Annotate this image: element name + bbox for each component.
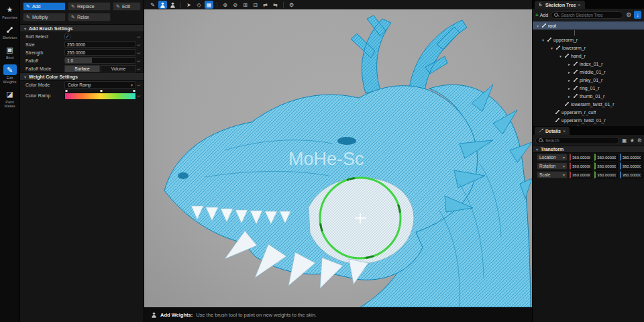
expander-icon[interactable]: ▾ [535, 23, 540, 28]
color-ramp-gradient[interactable] [64, 93, 136, 100]
reset-to-default-icon[interactable]: ↩ [136, 42, 142, 47]
brush-mode-multiply-button[interactable]: ✎Multiply [23, 13, 66, 21]
bone-icon [555, 117, 560, 123]
reset-to-default-icon[interactable]: ↩ [136, 34, 142, 39]
soft-select-checkbox[interactable]: ✓ [64, 34, 70, 40]
lasso-select-icon[interactable]: ◇ [195, 1, 203, 9]
tree-row-middle_01_r[interactable]: ▸ middle_01_r [533, 68, 644, 76]
details-search-input[interactable] [545, 138, 616, 143]
favorites-filter-star-icon[interactable]: ★ [630, 138, 635, 144]
scale-combo[interactable]: Scale▾ [537, 171, 568, 178]
prune-weights-icon[interactable]: ⊘ [231, 1, 239, 9]
sidebar-item-edit-weights[interactable]: ✎ Edit Weights [1, 64, 19, 84]
reset-to-default-icon[interactable]: ↩ [136, 93, 142, 98]
scale-z-input[interactable] [621, 173, 642, 177]
reset-to-default-icon[interactable]: ↩ [136, 50, 142, 55]
reset-to-default-icon[interactable]: ↩ [136, 83, 142, 87]
reset-to-default-icon[interactable]: ↩ [136, 58, 142, 63]
brush-mode-add-button[interactable]: ✎Add [23, 2, 66, 11]
details-search[interactable] [535, 137, 619, 144]
skeleton-tree-search[interactable] [551, 11, 623, 19]
sidebar-item-bind[interactable]: ▣ Bind [1, 44, 19, 60]
sidebar-item-favorites[interactable]: ★ Favorites [1, 4, 19, 19]
location-z-input[interactable] [621, 156, 642, 160]
location-x-input[interactable] [571, 156, 592, 160]
rotation-y-input[interactable] [596, 164, 616, 168]
grow-selection-icon[interactable]: ⊞ [241, 1, 250, 9]
marquee-select-icon[interactable]: ▦ [205, 1, 213, 9]
expander-icon[interactable]: ▸ [567, 62, 572, 66]
scale-x-input[interactable] [571, 173, 592, 177]
tree-row-upperarm_twist_01_r[interactable]: upperarm_twist_01_r [533, 116, 644, 124]
add-bone-button[interactable]: + Add [535, 12, 548, 18]
tree-row-hand_r[interactable]: ▾ hand_r [533, 52, 644, 60]
watermark-text: MoHe-Sc [288, 149, 364, 169]
shrink-selection-icon[interactable]: ⊟ [251, 1, 260, 9]
tree-row-lowerarm_twist_01_r[interactable]: lowerarm_twist_01_r [533, 100, 644, 108]
expander-icon[interactable]: ▸ [567, 94, 572, 99]
tree-row-upperarm_r_cuff[interactable]: upperarm_r_cuff [533, 108, 644, 116]
expander-icon[interactable]: ▸ [567, 86, 572, 91]
size-input[interactable] [64, 41, 136, 48]
mirror-settings-icon[interactable]: ⇆ [271, 1, 280, 9]
arrow-select-icon[interactable]: ➤ [184, 1, 193, 9]
viewport-canvas[interactable]: MoHe-Sc [144, 9, 532, 307]
brush-mode-relax-button[interactable]: ✎Relax [68, 13, 111, 21]
tree-row-root[interactable]: ▾ root [533, 21, 644, 30]
rotation-x-input[interactable] [571, 164, 592, 168]
rotation-z-input[interactable] [621, 164, 642, 168]
falloff-slider[interactable]: 1.0 [64, 57, 136, 64]
section-add-brush-settings[interactable]: ▾ Add Brush Settings [20, 24, 144, 32]
color-ramp-editor [64, 89, 136, 101]
tree-row-thumb_01_r[interactable]: ▸ thumb_01_r [533, 92, 644, 100]
paint-brush-icon[interactable]: ✎ [148, 1, 157, 9]
tree-settings-gear-icon[interactable]: ⚙ [626, 11, 631, 18]
rotation-combo[interactable]: Rotation▾ [537, 162, 568, 170]
filter-button[interactable]: ↓ [634, 11, 641, 19]
expander-icon[interactable]: ▾ [549, 46, 554, 50]
mode-toolbar: ★ Favorites Skeleton ▣ Bind ✎ Edit Weigh… [0, 0, 20, 322]
strength-input[interactable] [64, 49, 136, 56]
expander-icon[interactable]: ▸ [567, 78, 572, 83]
location-combo[interactable]: Location▾ [537, 154, 568, 161]
tree-row-upperarm_r[interactable]: ▾ upperarm_r [533, 36, 644, 44]
sidebar-item-skeleton[interactable]: Skeleton [1, 24, 19, 40]
tab-details[interactable]: Details × [535, 127, 570, 135]
plus-icon: + [535, 12, 539, 18]
scale-y-input[interactable] [596, 173, 616, 177]
viewport-settings-gear-icon[interactable]: ⚙ [287, 1, 296, 9]
tree-row-index_01_r[interactable]: ▸ index_01_r [533, 60, 644, 68]
expander-icon[interactable]: ▾ [541, 38, 545, 42]
tree-row-ring_01_r[interactable]: ▸ ring_01_r [533, 84, 644, 92]
brush-mode-replace-button[interactable]: ✎Replace [68, 2, 111, 11]
details-settings-gear-icon[interactable]: ⚙ [637, 138, 642, 144]
skeleton-tree: ▾ root ▾ upperarm_r ▾ lowerarm_r ▾ hand_… [533, 21, 644, 130]
reset-to-default-icon[interactable]: ↩ [136, 66, 142, 71]
character-weights-icon[interactable] [158, 1, 167, 9]
brush-mode-edit-button[interactable]: ✎Edit [113, 2, 141, 11]
character-bones-icon[interactable] [168, 1, 177, 9]
brush-glyph-icon: ✎ [116, 4, 120, 9]
color-ramp-row: Color Ramp ↩ [20, 89, 144, 102]
color-mode-dropdown[interactable]: Color Ramp▾ [64, 81, 136, 89]
location-y-input[interactable] [596, 156, 616, 160]
display-options-icon[interactable]: ▣ [622, 138, 627, 144]
tree-row-pinky_01_r[interactable]: ▸ pinky_01_r [533, 76, 644, 84]
sidebar-item-paint-masks[interactable]: ◪ Paint Masks [1, 89, 19, 108]
close-icon[interactable]: × [578, 3, 581, 7]
bone-icon [573, 61, 578, 66]
expander-icon[interactable]: ▸ [567, 70, 572, 74]
skeleton-tree-search-input[interactable] [561, 13, 620, 17]
tab-skeleton-tree[interactable]: Skeleton Tree × [535, 1, 585, 9]
mirror-weights-icon[interactable]: ⇄ [261, 1, 270, 9]
falloff-surface-button[interactable]: Surface [64, 65, 100, 72]
close-icon[interactable]: × [563, 129, 566, 133]
falloff-volume-button[interactable]: Volume [101, 65, 136, 72]
expander-icon[interactable]: ▾ [558, 54, 563, 58]
flood-fill-icon[interactable]: ⊕ [221, 1, 229, 9]
tree-row-lowerarm_r[interactable]: ▾ lowerarm_r [533, 44, 644, 52]
chevron-down-icon: ▾ [563, 172, 565, 177]
section-transform[interactable]: ▾ Transform [533, 146, 644, 153]
section-weight-color-settings[interactable]: ▾ Weight Color Settings [20, 72, 144, 80]
chevron-down-icon: ▾ [24, 74, 26, 79]
